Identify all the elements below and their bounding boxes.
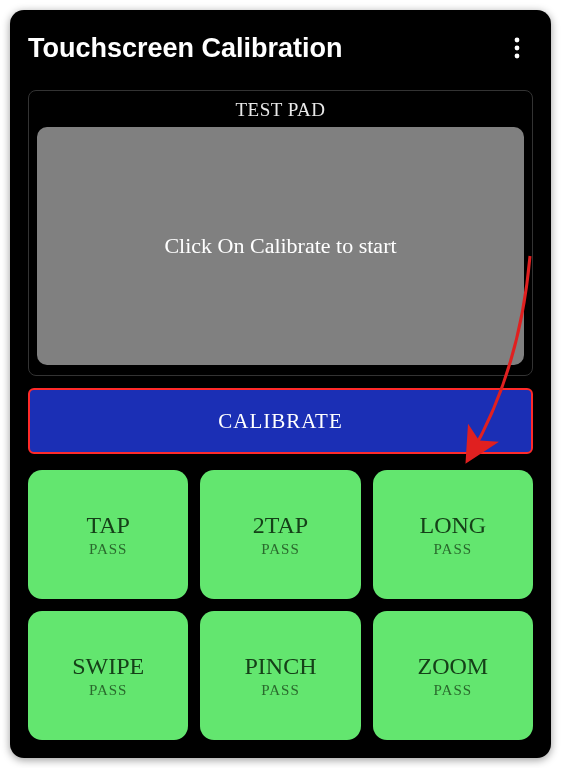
tile-status: PASS [261,682,299,699]
tile-zoom: ZOOM PASS [373,611,533,740]
tile-title: SWIPE [72,653,144,680]
tile-2tap: 2TAP PASS [200,470,360,599]
tile-status: PASS [89,541,127,558]
tile-status: PASS [434,682,472,699]
tile-swipe: SWIPE PASS [28,611,188,740]
app-header: Touchscreen Calibration [28,24,533,72]
tile-tap: TAP PASS [28,470,188,599]
test-pad-area[interactable]: Click On Calibrate to start [37,127,524,365]
tile-status: PASS [261,541,299,558]
more-options-button[interactable] [501,32,533,64]
test-pad-container: TEST PAD Click On Calibrate to start [28,90,533,376]
tile-pinch: PINCH PASS [200,611,360,740]
test-pad-message: Click On Calibrate to start [164,233,396,259]
tile-title: TAP [86,512,129,539]
tile-status: PASS [434,541,472,558]
more-vertical-icon [514,37,520,59]
test-pad-label: TEST PAD [37,99,524,121]
svg-point-0 [515,38,520,43]
tile-title: 2TAP [253,512,308,539]
tile-title: ZOOM [417,653,488,680]
tile-status: PASS [89,682,127,699]
svg-point-1 [515,46,520,51]
tile-title: PINCH [244,653,316,680]
calibrate-button[interactable]: CALIBRATE [28,388,533,454]
results-grid: TAP PASS 2TAP PASS LONG PASS SWIPE PASS … [28,470,533,740]
page-title: Touchscreen Calibration [28,33,343,64]
app-frame: Touchscreen Calibration TEST PAD Click O… [10,10,551,758]
calibrate-button-label: CALIBRATE [218,409,343,434]
tile-long: LONG PASS [373,470,533,599]
svg-point-2 [515,54,520,59]
tile-title: LONG [419,512,486,539]
